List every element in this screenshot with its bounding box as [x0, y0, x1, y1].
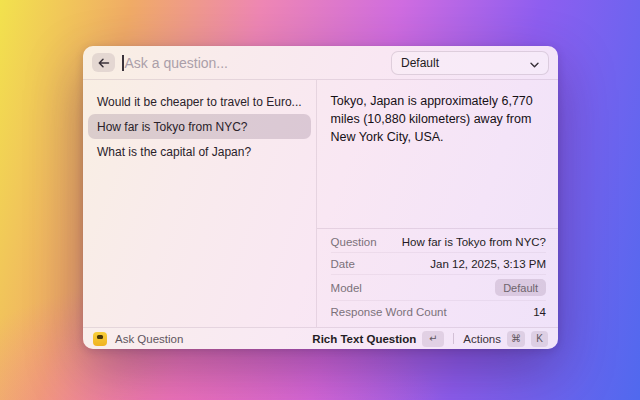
question-history-list: Would it be cheaper to travel to Euro...… [83, 80, 317, 327]
text-caret [122, 55, 124, 71]
back-button[interactable] [92, 53, 115, 72]
metadata-label: Model [331, 282, 362, 294]
return-key-icon[interactable]: ↵ [422, 331, 444, 347]
model-dropdown[interactable]: Default [391, 51, 549, 75]
list-item-question-2-selected[interactable]: How far is Tokyo from NYC? [88, 114, 311, 139]
list-item-question-1[interactable]: Would it be cheaper to travel to Euro... [88, 89, 311, 114]
list-item-question-3[interactable]: What is the capital of Japan? [88, 139, 311, 164]
metadata-label: Date [331, 258, 355, 270]
model-badge: Default [495, 279, 546, 296]
chevron-down-icon [530, 54, 539, 72]
metadata-label: Response Word Count [331, 306, 447, 318]
ask-question-window: Ask a question... Default Would it be ch… [83, 46, 558, 349]
action-bar-right: Rich Text Question ↵ Actions ⌘ K [312, 331, 548, 347]
action-bar: Ask Question Rich Text Question ↵ Action… [83, 327, 558, 349]
command-name: Ask Question [115, 333, 183, 345]
metadata-section: Question How far is Tokyo from NYC? Date… [317, 228, 558, 327]
actions-menu-button[interactable]: Actions [463, 333, 501, 345]
window-body: Would it be cheaper to travel to Euro...… [83, 80, 558, 327]
answer-text: Tokyo, Japan is approximately 6,770 mile… [317, 80, 558, 228]
back-arrow-icon [98, 58, 110, 68]
metadata-row-question: Question How far is Tokyo from NYC? [331, 231, 546, 253]
metadata-value: Jan 12, 2025, 3:13 PM [430, 258, 546, 270]
metadata-value: How far is Tokyo from NYC? [402, 236, 546, 248]
metadata-row-date: Date Jan 12, 2025, 3:13 PM [331, 253, 546, 275]
question-input[interactable]: Ask a question... [122, 46, 391, 79]
metadata-label: Question [331, 236, 377, 248]
detail-panel: Tokyo, Japan is approximately 6,770 mile… [317, 80, 558, 327]
model-dropdown-value: Default [401, 56, 439, 70]
rich-text-question-action[interactable]: Rich Text Question [312, 333, 416, 345]
command-key-icon[interactable]: ⌘ [507, 331, 525, 347]
question-input-placeholder: Ask a question... [125, 55, 229, 71]
window-header: Ask a question... Default [83, 46, 558, 80]
ask-question-icon [93, 332, 107, 346]
metadata-row-word-count: Response Word Count 14 [331, 301, 546, 323]
footer-separator [453, 333, 454, 344]
metadata-row-model: Model Default [331, 275, 546, 301]
metadata-value: 14 [533, 306, 546, 318]
k-key-icon[interactable]: K [531, 331, 548, 347]
desktop-background: Ask a question... Default Would it be ch… [0, 0, 640, 400]
